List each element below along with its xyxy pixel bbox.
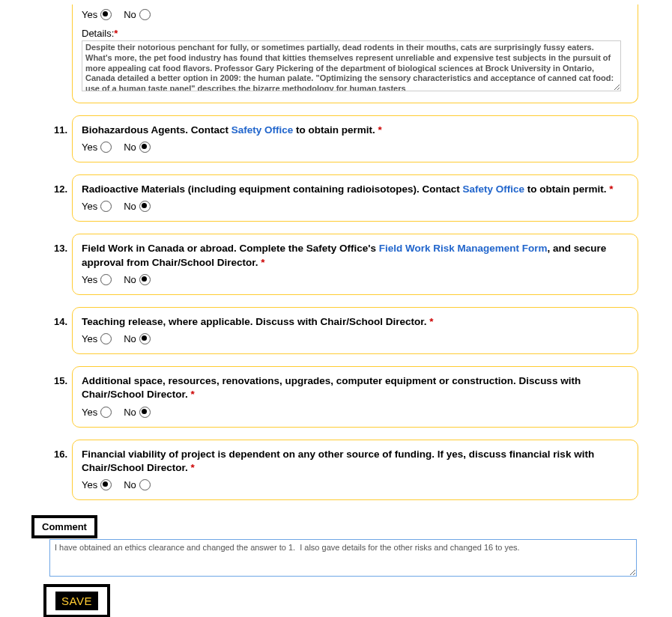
yes-label: Yes (82, 479, 97, 490)
save-button-wrap: SAVE (43, 584, 110, 617)
yes-no-group: YesNo (82, 201, 629, 212)
radio-no[interactable] (139, 274, 151, 285)
question-box: Teaching release, where applicable. Disc… (72, 307, 638, 354)
radio-yes[interactable] (100, 274, 112, 285)
yes-label: Yes (82, 201, 97, 212)
question-box: Biohazardous Agents. Contact Safety Offi… (72, 115, 638, 162)
radio-no[interactable] (139, 479, 151, 490)
yes-no-group: Yes No (82, 9, 629, 20)
question-box: Financial viability of project is depend… (72, 440, 638, 500)
yes-no-group: YesNo (82, 479, 629, 490)
required-marker: * (429, 316, 433, 327)
comment-textarea[interactable] (49, 539, 637, 577)
no-label: No (124, 274, 136, 285)
radio-yes[interactable] (100, 142, 112, 153)
question-text: Field Work in Canada or abroad. Complete… (82, 242, 629, 269)
radio-no[interactable] (139, 9, 151, 20)
question-box: Additional space, resources, renovations… (72, 366, 638, 427)
comment-label: Comment (31, 515, 97, 538)
radio-no[interactable] (139, 201, 151, 212)
details-label: Details:* (82, 28, 629, 39)
question-text: Financial viability of project is depend… (82, 448, 629, 475)
question-number (0, 4, 72, 13)
radio-no[interactable] (139, 333, 151, 344)
yes-no-group: YesNo (82, 142, 629, 153)
radio-yes[interactable] (100, 333, 112, 344)
question-text: Biohazardous Agents. Contact Safety Offi… (82, 124, 629, 137)
question-number: 13. (0, 234, 72, 254)
required-marker: * (609, 183, 613, 195)
question-number: 15. (0, 366, 72, 386)
yes-label: Yes (82, 142, 97, 153)
radio-no[interactable] (139, 407, 151, 418)
no-label: No (124, 407, 136, 418)
question-text: Additional space, resources, renovations… (82, 374, 629, 401)
required-marker: * (114, 28, 118, 39)
no-label: No (124, 201, 136, 212)
question-number: 14. (0, 307, 72, 327)
question-text: Teaching release, where applicable. Disc… (82, 315, 629, 329)
yes-label: Yes (82, 274, 97, 285)
no-label: No (124, 479, 136, 490)
link[interactable]: Safety Office (463, 183, 525, 195)
link[interactable]: Safety Office (231, 124, 294, 136)
radio-yes[interactable] (100, 407, 112, 418)
question-number: 12. (0, 174, 72, 195)
yes-no-group: YesNo (82, 333, 629, 344)
radio-yes[interactable] (100, 201, 112, 212)
no-label: No (124, 142, 136, 153)
required-marker: * (191, 389, 195, 400)
radio-no[interactable] (139, 142, 151, 153)
required-marker: * (261, 257, 264, 268)
required-marker: * (191, 462, 195, 473)
save-button[interactable]: SAVE (55, 592, 98, 610)
details-textarea[interactable] (82, 40, 621, 91)
question-text: Radioactive Materials (including equipme… (82, 183, 629, 196)
question-box: Field Work in Canada or abroad. Complete… (72, 234, 638, 294)
radio-yes[interactable] (100, 9, 112, 20)
required-marker: * (378, 124, 382, 136)
radio-yes[interactable] (100, 479, 112, 490)
no-label: No (124, 9, 136, 20)
question-number: 11. (0, 115, 72, 136)
link[interactable]: Field Work Risk Management Form (379, 243, 548, 254)
yes-no-group: YesNo (82, 274, 629, 285)
question-box: Radioactive Materials (including equipme… (72, 174, 638, 222)
question-10-box: Yes No Details:* (72, 4, 638, 103)
yes-no-group: YesNo (82, 407, 629, 418)
comment-section: Comment (45, 515, 637, 577)
yes-label: Yes (82, 407, 97, 418)
question-number: 16. (0, 440, 72, 460)
yes-label: Yes (82, 333, 97, 344)
no-label: No (124, 333, 136, 344)
yes-label: Yes (82, 9, 97, 20)
